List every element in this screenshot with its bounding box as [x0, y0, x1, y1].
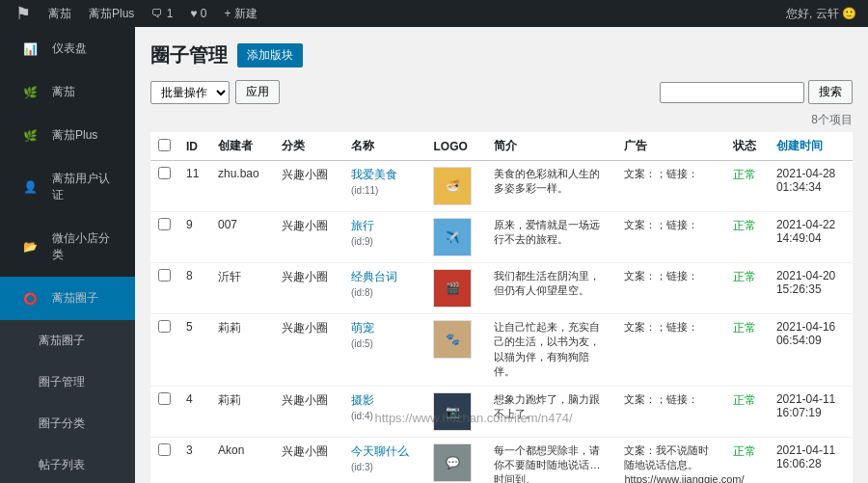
- page-title: 圈子管理: [150, 42, 228, 68]
- sidebar-sub-circle-home[interactable]: 蓠茄圈子: [0, 320, 135, 362]
- admin-greeting: 您好, 云轩 🙂: [774, 6, 868, 22]
- table-row: 5 莉莉 兴趣小圈 萌宠(id:5) 🐾 让自己忙起来，充实自己的生活，以书为友…: [150, 314, 853, 387]
- cell-name[interactable]: 萌宠(id:5): [343, 314, 425, 387]
- col-name: 名称: [343, 132, 425, 161]
- cell-name[interactable]: 经典台词(id:8): [343, 263, 425, 314]
- bulk-actions-area: 批量操作 删除 应用: [150, 80, 280, 104]
- col-created[interactable]: 创建时间: [769, 132, 853, 161]
- adminbar-likes[interactable]: ♥ 0: [182, 0, 214, 27]
- cell-name[interactable]: 今天聊什么(id:3): [343, 437, 425, 483]
- cell-logo: ✈️: [425, 212, 486, 263]
- cell-creator: 莉莉: [210, 386, 274, 437]
- cell-logo: 📷: [425, 386, 486, 437]
- liqie-icon: 🌿: [12, 79, 35, 106]
- cell-category: 兴趣小圈: [274, 314, 343, 387]
- dashboard-icon: 📊: [12, 36, 35, 63]
- cell-id: 11: [178, 161, 210, 212]
- row-checkbox[interactable]: [158, 218, 171, 230]
- row-checkbox[interactable]: [158, 392, 171, 405]
- sidebar-item-wechat[interactable]: 📂微信小店分类: [0, 217, 135, 277]
- cell-name[interactable]: 我爱美食(id:11): [343, 161, 425, 212]
- cell-logo: 🎬: [425, 263, 486, 314]
- cell-logo: 🍜: [425, 161, 486, 212]
- cell-category: 兴趣小圈: [274, 212, 343, 263]
- cell-intro: 我们都生活在阴沟里，但仍有人仰望星空。: [486, 263, 616, 314]
- col-creator: 创建者: [210, 132, 274, 161]
- cell-status: 正常: [725, 161, 769, 212]
- table-row: 3 Akon 兴趣小圈 今天聊什么(id:3) 💬 每一个都想哭除非，请你不要随…: [150, 437, 853, 483]
- sidebar-item-liqie-plus[interactable]: 🌿蓠茄Plus: [0, 114, 135, 157]
- cell-category: 兴趣小圈: [274, 386, 343, 437]
- cell-intro: 让自己忙起来，充实自己的生活，以书为友，以猫为伴，有狗狗陪伴。: [486, 314, 616, 387]
- circles-table: ID 创建者 分类 名称 LOGO 简介 广告 状态 创建时间 11 zhu.b…: [150, 132, 853, 483]
- top-bar: 批量操作 删除 应用 搜索: [150, 80, 853, 104]
- add-block-button[interactable]: 添加版块: [237, 43, 303, 67]
- search-button[interactable]: 搜索: [808, 80, 853, 104]
- cell-created: 2021-04-16 06:54:09: [769, 314, 853, 387]
- cell-creator: 莉莉: [210, 314, 274, 387]
- main-content: 圈子管理 添加版块 批量操作 删除 应用 搜索 8个项目 ID 创建者 分类 名…: [135, 27, 868, 483]
- cell-name[interactable]: 旅行(id:9): [343, 212, 425, 263]
- cell-category: 兴趣小圈: [274, 161, 343, 212]
- sidebar-item-liqie[interactable]: 🌿蓠茄: [0, 70, 135, 114]
- cell-created: 2021-04-20 15:26:35: [769, 263, 853, 314]
- search-input[interactable]: [660, 82, 804, 103]
- cell-ad: 文案：；链接：: [616, 314, 724, 387]
- sidebar-item-dashboard[interactable]: 📊仪表盘: [0, 27, 135, 70]
- table-row: 9 007 兴趣小圈 旅行(id:9) ✈️ 原来，爱情就是一场远行不去的旅程。…: [150, 212, 853, 263]
- wechat-icon: 📂: [12, 233, 35, 260]
- sidebar-item-auth[interactable]: 👤蓠茄用户认证: [0, 157, 135, 217]
- cell-created: 2021-04-28 01:34:34: [769, 161, 853, 212]
- col-id: ID: [178, 132, 210, 161]
- cell-id: 8: [178, 263, 210, 314]
- cell-id: 9: [178, 212, 210, 263]
- cell-intro: 美食的色彩就和人生的多姿多彩一样。: [486, 161, 616, 212]
- cell-name[interactable]: 摄影(id:4): [343, 386, 425, 437]
- row-checkbox[interactable]: [158, 320, 171, 333]
- cell-creator: 沂轩: [210, 263, 274, 314]
- col-status: 状态: [725, 132, 769, 161]
- sidebar-item-circle[interactable]: ⭕蓠茄圈子: [0, 277, 135, 320]
- adminbar-comments[interactable]: 🗨 1: [144, 0, 180, 27]
- wp-logo[interactable]: ⚑: [8, 0, 39, 27]
- cell-id: 3: [178, 437, 210, 483]
- cell-category: 兴趣小圈: [274, 437, 343, 483]
- cell-category: 兴趣小圈: [274, 263, 343, 314]
- liqie-plus-icon: 🌿: [12, 122, 35, 149]
- bulk-action-select[interactable]: 批量操作 删除: [150, 81, 230, 104]
- cell-logo: 🐾: [425, 314, 486, 387]
- item-count: 8个项目: [150, 112, 853, 128]
- page-header: 圈子管理 添加版块: [150, 42, 853, 68]
- sidebar-sub-circle-manage[interactable]: 圈子管理: [0, 362, 135, 403]
- col-ad: 广告: [616, 132, 724, 161]
- sidebar-sub-circle-category[interactable]: 圈子分类: [0, 403, 135, 444]
- col-category: 分类: [274, 132, 343, 161]
- cell-ad: 文案：我不说随时随地说话信息。 https://www.jiangqie.com…: [616, 437, 724, 483]
- row-checkbox[interactable]: [158, 443, 171, 456]
- cell-ad: 文案：；链接：: [616, 212, 724, 263]
- cell-creator: Akon: [210, 437, 274, 483]
- cell-id: 4: [178, 386, 210, 437]
- adminbar-new[interactable]: + 新建: [217, 0, 265, 27]
- row-checkbox[interactable]: [158, 167, 171, 179]
- cell-status: 正常: [725, 263, 769, 314]
- apply-button[interactable]: 应用: [235, 80, 280, 104]
- table-row: 11 zhu.bao 兴趣小圈 我爱美食(id:11) 🍜 美食的色彩就和人生的…: [150, 161, 853, 212]
- sidebar-sub-circle-posts[interactable]: 帖子列表: [0, 444, 135, 483]
- cell-id: 5: [178, 314, 210, 387]
- cell-created: 2021-04-11 16:06:28: [769, 437, 853, 483]
- adminbar-plus[interactable]: 蓠茄Plus: [81, 0, 142, 27]
- row-checkbox[interactable]: [158, 269, 171, 282]
- select-all-checkbox[interactable]: [158, 139, 171, 151]
- cell-intro: 原来，爱情就是一场远行不去的旅程。: [486, 212, 616, 263]
- cell-ad: 文案：；链接：: [616, 161, 724, 212]
- adminbar-home[interactable]: 蓠茄: [41, 0, 79, 27]
- col-intro: 简介: [486, 132, 616, 161]
- admin-bar: ⚑ 蓠茄 蓠茄Plus 🗨 1 ♥ 0 + 新建 您好, 云轩 🙂: [0, 0, 868, 27]
- auth-icon: 👤: [12, 174, 35, 201]
- cell-creator: zhu.bao: [210, 161, 274, 212]
- cell-creator: 007: [210, 212, 274, 263]
- cell-intro: 想象力跑炸了，脑力跟不上了。: [486, 386, 616, 437]
- cell-status: 正常: [725, 386, 769, 437]
- cell-created: 2021-04-22 14:49:04: [769, 212, 853, 263]
